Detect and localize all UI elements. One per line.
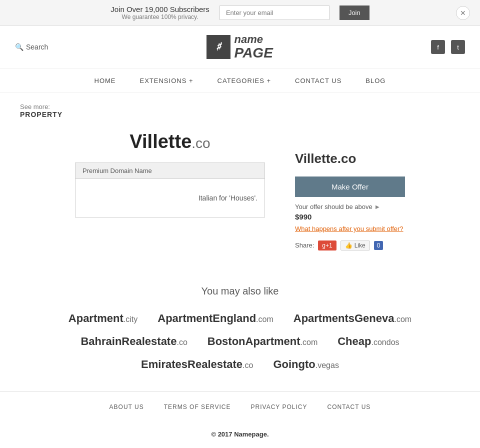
nav-contact[interactable]: CONTACT US: [283, 69, 354, 92]
left-panel: Villette.co Premium Domain Name Italian …: [75, 131, 265, 218]
banner-text: Join Over 19,000 Subscribers We guarante…: [110, 5, 210, 20]
banner-title: Join Over 19,000 Subscribers: [110, 5, 210, 14]
footer-contact[interactable]: CONTACT US: [327, 404, 370, 410]
search-trigger[interactable]: 🔍 Search: [15, 43, 48, 51]
domain-link-cheap-condos[interactable]: Cheap.condos: [338, 335, 399, 348]
footer-copyright: © 2017 Namepage.: [0, 422, 480, 446]
domain-link-bahrain[interactable]: BahrainRealestate.co: [80, 335, 187, 348]
header: 🔍 Search ♯ name PAGE f t: [0, 26, 480, 69]
breadcrumb: See more: PROPERTY: [0, 93, 480, 121]
domain-link-goingto[interactable]: Goingto.vegas: [273, 358, 338, 371]
may-like-row-2: BahrainRealestate.co BostonApartment.com…: [20, 335, 460, 348]
logo-name: name: [234, 34, 273, 46]
may-also-like-section: You may also like Apartment.city Apartme…: [0, 270, 480, 391]
domain-box-body: Italian for 'Houses'.: [76, 179, 264, 217]
footer-nav: ABOUT US TERMS OF SERVICE PRIVACY POLICY…: [0, 391, 480, 422]
footer-privacy[interactable]: PRIVACY POLICY: [251, 404, 308, 410]
social-links: f t: [431, 40, 465, 54]
share-label: Share:: [295, 242, 314, 249]
right-domain-name: Villette.co: [295, 151, 405, 166]
offer-link[interactable]: What happens after you submit offer?: [295, 225, 405, 232]
may-like-row-1: Apartment.city ApartmentEngland.com Apar…: [20, 312, 460, 325]
logo-page: PAGE: [234, 46, 273, 61]
twitter-icon[interactable]: t: [451, 40, 465, 54]
domain-info-box: Premium Domain Name Italian for 'Houses'…: [75, 162, 265, 218]
logo[interactable]: ♯ name PAGE: [206, 34, 273, 61]
domain-link-boston[interactable]: BostonApartment.com: [208, 335, 318, 348]
offer-price: $990: [295, 212, 405, 221]
may-like-title: You may also like: [20, 286, 460, 297]
close-button[interactable]: ✕: [456, 6, 470, 20]
domain-link-apartment-england[interactable]: ApartmentEngland.com: [158, 312, 273, 325]
share-row: Share: g+1 👍 Like 0: [295, 240, 405, 250]
domain-link-emirates[interactable]: EmiratesRealestate.co: [141, 358, 253, 371]
search-label: Search: [26, 43, 48, 51]
logo-icon: ♯: [206, 35, 230, 59]
join-button[interactable]: Join: [340, 6, 370, 20]
nav-categories[interactable]: CATEGORIES +: [206, 69, 283, 92]
main-nav: HOME EXTENSIONS + CATEGORIES + CONTACT U…: [0, 69, 480, 93]
banner-subtitle: We guarantee 100% privacy.: [110, 14, 210, 20]
nav-home[interactable]: HOME: [82, 69, 128, 92]
offer-above-text: Your offer should be above ▶: [295, 203, 405, 210]
domain-link-apartments-geneva[interactable]: ApartmentsGeneva.com: [294, 312, 412, 325]
fb-like-button[interactable]: 👍 Like: [340, 240, 370, 250]
gplus-button[interactable]: g+1: [318, 240, 336, 250]
main-content: Villette.co Premium Domain Name Italian …: [0, 121, 480, 270]
domain-title: Villette.co: [75, 131, 265, 152]
nav-extensions[interactable]: EXTENSIONS +: [128, 69, 206, 92]
see-more-label: See more:: [20, 103, 460, 110]
domain-name: Villette: [130, 131, 192, 152]
top-banner: Join Over 19,000 Subscribers We guarante…: [0, 0, 480, 26]
footer-terms[interactable]: TERMS OF SERVICE: [164, 404, 231, 410]
footer-about[interactable]: ABOUT US: [110, 404, 144, 410]
facebook-icon[interactable]: f: [431, 40, 445, 54]
logo-text: name PAGE: [234, 34, 273, 61]
email-input[interactable]: [220, 6, 330, 20]
make-offer-button[interactable]: Make Offer: [295, 176, 405, 197]
fb-thumb-icon: 👍: [345, 242, 352, 249]
right-panel: Villette.co Make Offer Your offer should…: [295, 131, 405, 250]
breadcrumb-category: PROPERTY: [20, 110, 460, 118]
fb-count: 0: [374, 241, 384, 250]
may-like-grid: Apartment.city ApartmentEngland.com Apar…: [20, 312, 460, 371]
may-like-row-3: EmiratesRealestate.co Goingto.vegas: [20, 358, 460, 371]
nav-blog[interactable]: BLOG: [354, 69, 398, 92]
copy-prefix: © 2017: [211, 430, 232, 438]
domain-box-header: Premium Domain Name: [76, 163, 264, 179]
domain-tld: .co: [192, 136, 210, 151]
copy-suffix: .: [267, 430, 269, 438]
chevron-right-icon: ▶: [376, 204, 380, 210]
domain-link-apartment-city[interactable]: Apartment.city: [68, 312, 138, 325]
fb-like-label: Like: [354, 242, 366, 249]
search-icon: 🔍: [15, 43, 24, 51]
copy-brand: Namepage: [234, 430, 267, 438]
